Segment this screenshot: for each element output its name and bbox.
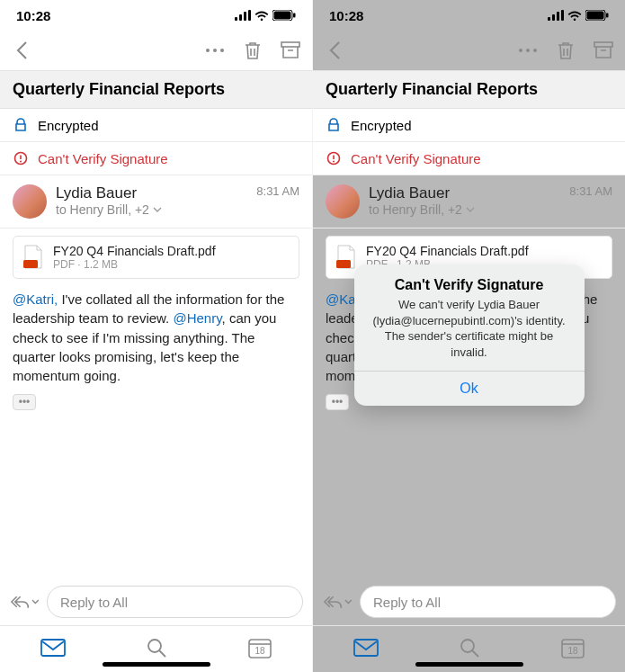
wifi-icon bbox=[254, 10, 269, 21]
dialog-message: We can't verify Lydia Bauer (lydia@lucer… bbox=[369, 297, 570, 360]
signature-warning-row[interactable]: Can't Verify Signature bbox=[0, 142, 312, 175]
cell-signal-icon bbox=[548, 10, 564, 21]
svg-point-28 bbox=[519, 49, 522, 52]
delete-button[interactable] bbox=[553, 38, 578, 63]
subject-text: Quarterly Financial Reports bbox=[13, 80, 299, 99]
reply-placeholder: Reply to All bbox=[60, 595, 128, 610]
calendar-icon: 18 bbox=[561, 637, 585, 659]
sender-time: 8:31 AM bbox=[256, 184, 299, 219]
archive-button[interactable] bbox=[278, 38, 303, 63]
reply-row: Reply to All bbox=[313, 578, 625, 625]
reply-row: Reply to All bbox=[0, 578, 312, 625]
show-more-button[interactable]: ••• bbox=[326, 394, 349, 410]
reply-all-icon bbox=[322, 594, 343, 610]
sender-to[interactable]: to Henry Brill, +2 bbox=[369, 202, 560, 217]
sender-time: 8:31 AM bbox=[569, 184, 612, 219]
svg-point-30 bbox=[533, 49, 537, 52]
chevron-down-icon bbox=[344, 599, 353, 605]
encrypted-row[interactable]: Encrypted bbox=[313, 109, 625, 142]
signature-warning-label: Can't Verify Signature bbox=[38, 151, 168, 166]
svg-point-34 bbox=[333, 161, 335, 163]
svg-rect-15 bbox=[41, 640, 65, 656]
status-indicators bbox=[548, 10, 609, 21]
chevron-down-icon bbox=[31, 599, 40, 605]
home-indicator[interactable] bbox=[415, 662, 523, 667]
svg-point-29 bbox=[526, 49, 530, 52]
phone-right: 10:28 Quarterly Financial Reports Encryp… bbox=[313, 0, 625, 672]
wifi-icon bbox=[567, 10, 582, 21]
archive-button[interactable] bbox=[591, 38, 616, 63]
svg-point-8 bbox=[213, 49, 217, 52]
status-bar: 10:28 bbox=[313, 0, 625, 31]
more-icon bbox=[518, 48, 538, 53]
svg-text:18: 18 bbox=[255, 646, 266, 656]
svg-rect-6 bbox=[293, 13, 296, 18]
svg-rect-35 bbox=[336, 260, 351, 268]
attachment-meta: PDF · 1.2 MB bbox=[53, 258, 216, 271]
home-indicator[interactable] bbox=[103, 662, 210, 667]
attachment[interactable]: FY20 Q4 Financials Draft.pdf PDF · 1.2 M… bbox=[13, 236, 299, 279]
encrypted-row[interactable]: Encrypted bbox=[0, 109, 312, 142]
signature-warning-row[interactable]: Can't Verify Signature bbox=[313, 142, 625, 175]
avatar bbox=[13, 184, 47, 219]
svg-rect-31 bbox=[594, 42, 612, 47]
chevron-down-icon bbox=[153, 207, 162, 212]
phone-left: 10:28 bbox=[0, 0, 312, 672]
mail-icon bbox=[353, 639, 379, 657]
toolbar bbox=[0, 31, 312, 70]
encrypted-label: Encrypted bbox=[351, 118, 412, 133]
mention-henry[interactable]: @Henry bbox=[173, 310, 221, 326]
svg-point-9 bbox=[220, 49, 224, 52]
trash-icon bbox=[244, 40, 262, 60]
tab-search[interactable] bbox=[459, 637, 480, 662]
tab-calendar[interactable]: 18 bbox=[248, 637, 272, 662]
reply-input[interactable]: Reply to All bbox=[47, 586, 303, 618]
reply-mode-button[interactable] bbox=[9, 594, 40, 610]
avatar bbox=[326, 184, 360, 219]
svg-rect-27 bbox=[606, 13, 609, 18]
pdf-icon bbox=[22, 245, 44, 270]
svg-point-16 bbox=[148, 640, 161, 652]
show-more-button[interactable]: ••• bbox=[13, 394, 36, 410]
encrypted-label: Encrypted bbox=[38, 118, 99, 133]
tab-calendar[interactable]: 18 bbox=[561, 637, 585, 662]
sender-name: Lydia Bauer bbox=[56, 184, 247, 202]
chevron-left-icon bbox=[15, 40, 28, 60]
back-button[interactable] bbox=[322, 38, 347, 63]
tab-search[interactable] bbox=[146, 637, 167, 662]
clock: 10:28 bbox=[329, 8, 363, 23]
more-icon bbox=[205, 48, 225, 53]
sender-name: Lydia Bauer bbox=[369, 184, 560, 202]
warning-icon bbox=[13, 150, 29, 166]
status-bar: 10:28 bbox=[0, 0, 312, 31]
sender-row[interactable]: Lydia Bauer to Henry Brill, +2 8:31 AM bbox=[313, 175, 625, 228]
svg-point-13 bbox=[20, 161, 22, 163]
svg-rect-0 bbox=[235, 17, 237, 21]
trash-icon bbox=[557, 40, 575, 60]
svg-rect-23 bbox=[557, 12, 559, 21]
svg-rect-5 bbox=[274, 12, 291, 20]
mail-icon bbox=[40, 639, 66, 657]
dialog-ok-button[interactable]: Ok bbox=[354, 371, 585, 406]
tab-mail[interactable] bbox=[353, 639, 379, 660]
battery-icon bbox=[585, 10, 609, 21]
reply-input[interactable]: Reply to All bbox=[360, 586, 616, 618]
svg-text:18: 18 bbox=[568, 646, 579, 656]
more-button[interactable] bbox=[202, 38, 228, 63]
svg-rect-21 bbox=[548, 17, 550, 21]
status-indicators bbox=[235, 10, 296, 21]
chevron-down-icon bbox=[466, 207, 475, 212]
svg-line-17 bbox=[159, 650, 165, 657]
tab-mail[interactable] bbox=[40, 639, 66, 660]
mention-katri[interactable]: @Katri, bbox=[13, 291, 58, 307]
delete-button[interactable] bbox=[240, 38, 265, 63]
svg-rect-24 bbox=[561, 10, 564, 21]
svg-point-37 bbox=[461, 640, 474, 652]
sender-to[interactable]: to Henry Brill, +2 bbox=[56, 202, 247, 217]
dialog-title: Can't Verify Signature bbox=[369, 277, 570, 293]
sender-row[interactable]: Lydia Bauer to Henry Brill, +2 8:31 AM bbox=[0, 175, 312, 228]
reply-mode-button[interactable] bbox=[322, 594, 353, 610]
back-button[interactable] bbox=[9, 38, 34, 63]
more-button[interactable] bbox=[515, 38, 540, 63]
lock-icon bbox=[13, 117, 29, 133]
